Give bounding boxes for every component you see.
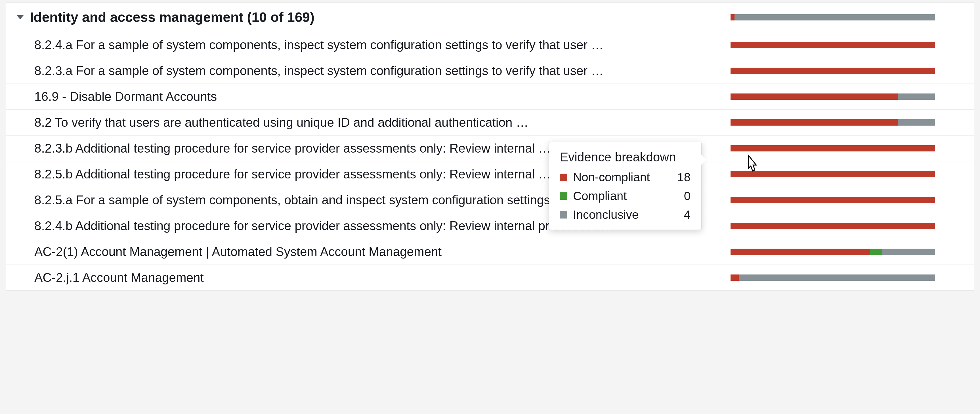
evidence-bar-cell — [730, 171, 963, 177]
control-label: 8.2.3.a For a sample of system component… — [34, 64, 730, 78]
evidence-bar-cell — [730, 42, 963, 48]
control-row[interactable]: 8.2.5.a For a sample of system component… — [6, 187, 974, 213]
bar-segment-inconclusive — [739, 275, 935, 281]
evidence-bar[interactable] — [730, 223, 935, 229]
evidence-bar[interactable] — [730, 68, 935, 74]
swatch-nc-icon — [560, 174, 567, 181]
bar-segment-noncompliant — [730, 249, 870, 255]
evidence-bar[interactable] — [730, 119, 935, 126]
swatch-ic-icon — [560, 211, 567, 219]
tooltip-row-nc: Non-compliant18 — [560, 171, 690, 184]
bar-segment-noncompliant — [730, 68, 935, 74]
control-label: 8.2 To verify that users are authenticat… — [34, 115, 730, 129]
control-row[interactable]: 8.2 To verify that users are authenticat… — [6, 110, 974, 136]
evidence-bar-cell — [730, 93, 963, 100]
evidence-bar[interactable] — [730, 249, 935, 255]
bar-segment-noncompliant — [730, 223, 935, 229]
tooltip-count: 4 — [684, 208, 690, 222]
evidence-bar[interactable] — [730, 171, 935, 177]
bar-segment-noncompliant — [730, 197, 935, 203]
evidence-bar-cell — [730, 68, 963, 74]
tooltip-row-c: Compliant0 — [560, 189, 690, 203]
evidence-bar[interactable] — [730, 93, 935, 100]
evidence-bar-cell — [730, 145, 963, 152]
control-label: AC-2.j.1 Account Management — [34, 270, 730, 285]
bar-segment-noncompliant — [730, 119, 898, 126]
control-row[interactable]: 8.2.4.a For a sample of system component… — [6, 32, 974, 58]
control-row[interactable]: AC-2(1) Account Management | Automated S… — [6, 239, 974, 265]
tooltip-count: 18 — [677, 171, 690, 184]
bar-segment-noncompliant — [730, 171, 935, 177]
bar-segment-inconclusive — [898, 119, 935, 126]
bar-segment-compliant — [870, 249, 882, 255]
control-row[interactable]: 8.2.5.b Additional testing procedure for… — [6, 161, 974, 187]
group-header[interactable]: Identity and access management (10 of 16… — [6, 3, 974, 32]
evidence-bar[interactable] — [730, 197, 935, 203]
bar-segment-noncompliant — [730, 275, 739, 281]
bar-segment-noncompliant — [730, 14, 735, 21]
bar-segment-noncompliant — [730, 42, 935, 48]
control-row[interactable]: 16.9 - Disable Dormant Accounts — [6, 84, 974, 110]
group-evidence-bar-cell — [730, 14, 963, 21]
control-row[interactable]: 8.2.3.a For a sample of system component… — [6, 58, 974, 84]
tooltip-label: Non-compliant — [573, 171, 666, 184]
bar-segment-inconclusive — [898, 93, 935, 100]
evidence-bar-cell — [730, 119, 963, 126]
evidence-bar[interactable] — [730, 145, 935, 152]
tooltip-row-ic: Inconclusive4 — [560, 208, 690, 222]
evidence-bar-cell — [730, 223, 963, 229]
group-title: Identity and access management (10 of 16… — [30, 10, 730, 25]
control-rows: 8.2.4.a For a sample of system component… — [6, 32, 974, 290]
tooltip-title: Evidence breakdown — [560, 150, 690, 164]
evidence-bar[interactable] — [730, 275, 935, 281]
control-row[interactable]: AC-2.j.1 Account Management — [6, 265, 974, 290]
bar-segment-inconclusive — [882, 249, 935, 255]
evidence-breakdown-tooltip: Evidence breakdown Non-compliant18Compli… — [549, 142, 702, 230]
bar-segment-noncompliant — [730, 145, 935, 152]
bar-segment-noncompliant — [730, 93, 898, 100]
evidence-bar-cell — [730, 249, 963, 255]
control-label: 8.2.4.a For a sample of system component… — [34, 38, 730, 52]
tooltip-label: Compliant — [573, 189, 673, 203]
evidence-bar-cell — [730, 197, 963, 203]
tooltip-label: Inconclusive — [573, 208, 673, 222]
evidence-bar[interactable] — [730, 42, 935, 48]
control-label: 16.9 - Disable Dormant Accounts — [34, 90, 730, 104]
compliance-panel: Identity and access management (10 of 16… — [6, 2, 974, 291]
chevron-down-icon[interactable] — [17, 15, 24, 19]
control-row[interactable]: 8.2.4.b Additional testing procedure for… — [6, 213, 974, 239]
tooltip-count: 0 — [684, 189, 690, 203]
swatch-c-icon — [560, 192, 567, 200]
control-row[interactable]: 8.2.3.b Additional testing procedure for… — [6, 136, 974, 161]
control-label: AC-2(1) Account Management | Automated S… — [34, 245, 730, 259]
group-evidence-bar[interactable] — [730, 14, 935, 21]
evidence-bar-cell — [730, 275, 963, 281]
bar-segment-inconclusive — [735, 14, 935, 21]
